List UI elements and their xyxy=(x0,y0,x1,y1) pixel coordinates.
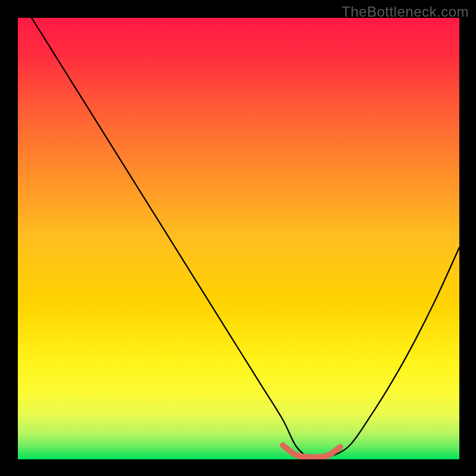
watermark-text: TheBottleneck.com xyxy=(342,4,469,20)
plot-area xyxy=(18,18,459,459)
gradient-background xyxy=(18,18,459,459)
chart-container: TheBottleneck.com xyxy=(0,0,476,476)
chart-svg xyxy=(18,18,459,459)
